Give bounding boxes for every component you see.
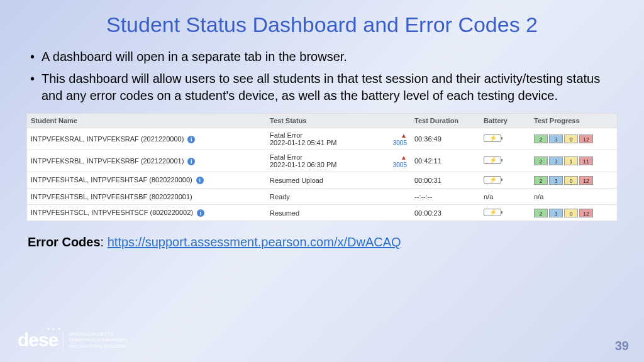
dese-logo: dese• • • MASSACHUSETTS Department of El…: [18, 329, 128, 351]
info-icon[interactable]: i: [187, 158, 195, 165]
info-icon[interactable]: i: [196, 177, 204, 184]
info-icon[interactable]: i: [187, 136, 195, 143]
battery-icon: ⚡: [484, 209, 501, 216]
cell-name: INTPVFEKSRAL, INTPVFEKSRAF (2021220000) …: [27, 132, 266, 146]
cell-duration: --:--:--: [411, 190, 480, 204]
bullet-item: A dashboard will open in a separate tab …: [30, 48, 619, 65]
error-codes-label: Error Codes: [28, 235, 101, 249]
cell-error: [379, 177, 411, 184]
cell-duration: 00:42:11: [411, 154, 480, 168]
cell-status: Fatal Error2022-01-12 05:41 PM: [266, 128, 379, 150]
bullet-item: This dashboard will allow users to see a…: [30, 70, 619, 104]
battery-na: n/a: [484, 193, 493, 200]
cell-progress: 23111: [530, 153, 617, 168]
table-row: INTPVFEKSRBL, INTPVFEKSRBF (2021220001) …: [27, 150, 617, 172]
cell-status: Ready: [266, 190, 379, 204]
slide-title: Student Status Dashboard and Error Codes…: [25, 13, 619, 37]
col-battery: Battery: [480, 114, 530, 128]
cell-battery: ⚡: [480, 153, 530, 168]
cell-duration: 00:00:23: [411, 206, 480, 220]
cell-name: INTPVFEKSRBL, INTPVFEKSRBF (2021220001) …: [27, 154, 266, 168]
cell-duration: 00:00:31: [411, 173, 480, 187]
col-error: [379, 118, 411, 124]
cell-error: ▲3005: [379, 129, 411, 150]
status-table: Student Name Test Status Test Duration B…: [26, 113, 618, 221]
progress-bar: 23012: [534, 134, 613, 143]
cell-error: [379, 194, 411, 200]
logo-mark: dese• • •: [18, 329, 58, 351]
cell-battery: n/a: [480, 190, 530, 204]
col-test-status: Test Status: [266, 114, 379, 128]
cell-error: ▲3005: [379, 151, 411, 172]
progress-bar: 23012: [534, 209, 613, 217]
error-codes-line: Error Codes: https://support.assessment.…: [28, 235, 619, 250]
cell-status: Resumed Upload: [266, 173, 379, 187]
progress-bar: 23111: [534, 156, 613, 165]
cell-progress: 23012: [530, 206, 617, 221]
table-row: INTPVFEKSRAL, INTPVFEKSRAF (2021220000) …: [27, 128, 617, 150]
error-code[interactable]: 3005: [393, 140, 407, 146]
cell-duration: 00:36:49: [411, 132, 480, 146]
cell-progress: n/a: [530, 190, 617, 204]
cell-battery: ⚡: [480, 206, 530, 221]
cell-name: INTPVFESHTSCL, INTPVFESHTSCF (8020220002…: [27, 206, 266, 220]
col-duration: Test Duration: [411, 114, 480, 128]
cell-progress: 23012: [530, 173, 617, 188]
cell-progress: 23012: [530, 131, 617, 146]
table-row: INTPVFESHTSAL, INTPVFESHTSAF (8020220000…: [27, 172, 617, 188]
cell-name: INTPVFESHTSAL, INTPVFESHTSAF (8020220000…: [27, 173, 266, 187]
bullet-list: A dashboard will open in a separate tab …: [25, 48, 619, 104]
logo-text: MASSACHUSETTS Department of Elementary a…: [63, 331, 127, 349]
table-row: INTPVFESHTSCL, INTPVFESHTSCF (8020220002…: [27, 204, 617, 221]
cell-battery: ⚡: [480, 173, 530, 188]
cell-battery: ⚡: [480, 131, 530, 146]
info-icon[interactable]: i: [197, 209, 204, 217]
warning-icon: ▲: [383, 132, 407, 139]
page-number: 39: [615, 339, 629, 353]
progress-bar: 23012: [534, 176, 613, 185]
cell-status: Resumed: [266, 206, 379, 220]
col-student-name: Student Name: [27, 114, 266, 128]
error-codes-link[interactable]: https://support.assessment.pearson.com/x…: [108, 235, 401, 249]
battery-icon: ⚡: [484, 176, 501, 184]
warning-icon: ▲: [383, 154, 407, 161]
table-row: INTPVFESHTSBL, INTPVFESHTSBF (8020220001…: [27, 188, 617, 204]
battery-icon: ⚡: [484, 156, 501, 164]
progress-na: n/a: [534, 193, 543, 200]
col-progress: Test Progress: [530, 114, 617, 128]
battery-icon: ⚡: [484, 134, 501, 142]
cell-error: [379, 210, 411, 216]
error-code[interactable]: 3005: [393, 162, 407, 168]
cell-name: INTPVFESHTSBL, INTPVFESHTSBF (8020220001…: [27, 190, 266, 204]
cell-status: Fatal Error2022-01-12 06:30 PM: [266, 150, 379, 172]
table-header: Student Name Test Status Test Duration B…: [27, 114, 617, 128]
